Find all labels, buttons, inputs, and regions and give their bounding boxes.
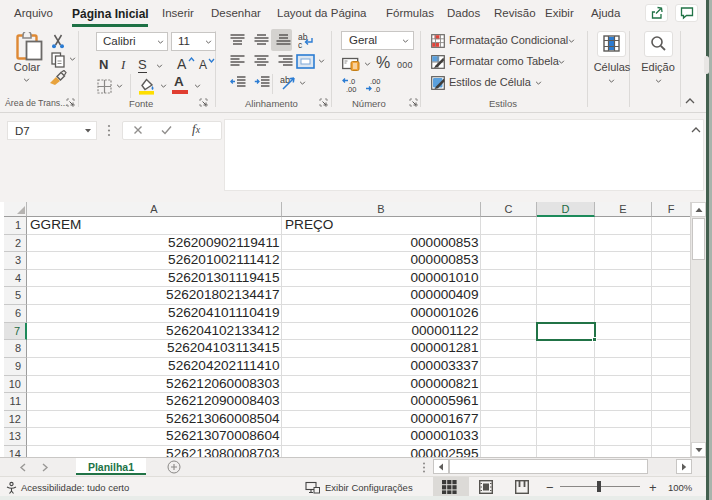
svg-text:.00: .00 (346, 85, 356, 93)
svg-text:.0: .0 (374, 85, 380, 93)
